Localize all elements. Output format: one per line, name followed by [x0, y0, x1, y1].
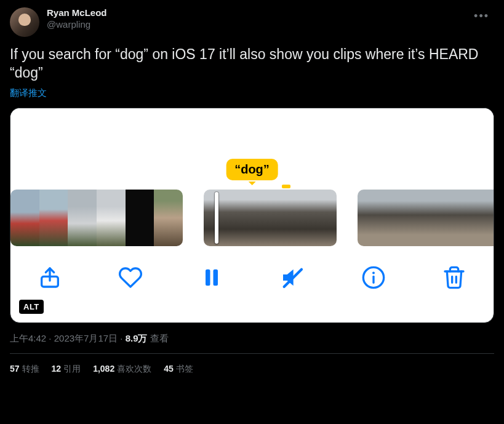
playhead[interactable] [215, 192, 218, 244]
timeline-marker [282, 185, 290, 188]
clip-frame [292, 190, 337, 246]
share-icon[interactable] [38, 265, 62, 290]
trash-icon[interactable] [442, 265, 466, 290]
clip-frame [440, 190, 468, 246]
clip-frame [204, 190, 248, 246]
mute-icon[interactable] [280, 265, 305, 290]
media-toolbar [10, 250, 494, 322]
more-button[interactable]: ••• [469, 7, 494, 25]
author-block[interactable]: Ryan McLeod @warpling [47, 7, 107, 31]
clip-frame [10, 190, 39, 246]
clip-frame [385, 190, 413, 246]
pause-icon[interactable] [199, 265, 224, 290]
media-attachment[interactable]: “dog” [10, 108, 494, 323]
meta-views-label[interactable]: 查看 [150, 333, 169, 343]
clip-frame [248, 190, 292, 246]
clip-group[interactable] [10, 190, 183, 246]
clip-frame [97, 190, 126, 246]
meta-date[interactable]: 2023年7月17日 [54, 333, 118, 343]
clip-frame [68, 190, 97, 246]
stat-retweets[interactable]: 57转推 [10, 364, 39, 375]
clip-frame [358, 190, 385, 246]
tweet-meta: 上午4:42 · 2023年7月17日 · 8.9万 查看 [10, 333, 494, 345]
avatar[interactable] [10, 7, 39, 37]
author-handle: @warpling [47, 19, 107, 31]
clip-frame [39, 190, 68, 246]
meta-time[interactable]: 上午4:42 [10, 333, 46, 343]
info-icon[interactable] [361, 265, 386, 290]
tweet-text: If you search for “dog” on iOS 17 it’ll … [10, 46, 494, 82]
stats-row: 57转推 12引用 1,082喜欢次数 45书签 [10, 354, 494, 385]
stat-bookmarks[interactable]: 45书签 [164, 364, 193, 375]
tweet-header: Ryan McLeod @warpling ••• [10, 7, 494, 37]
stat-quotes[interactable]: 12引用 [52, 364, 81, 375]
alt-badge[interactable]: ALT [19, 300, 44, 314]
translate-link[interactable]: 翻译推文 [10, 87, 47, 99]
tweet-container: Ryan McLeod @warpling ••• If you search … [0, 0, 504, 385]
clip-frame [412, 190, 440, 246]
meta-views-count: 8.9万 [126, 333, 148, 343]
video-timeline[interactable] [10, 190, 494, 246]
heart-icon[interactable] [118, 265, 143, 290]
svg-point-6 [372, 271, 375, 274]
stat-likes[interactable]: 1,082喜欢次数 [93, 364, 151, 375]
clip-frame [154, 190, 183, 246]
clip-frame [468, 190, 494, 246]
clip-frame [126, 190, 154, 246]
svg-rect-1 [206, 269, 210, 286]
clip-group[interactable] [358, 190, 494, 246]
author-name: Ryan McLeod [47, 7, 107, 19]
clip-group[interactable] [204, 190, 337, 246]
search-term-tooltip: “dog” [226, 159, 278, 180]
svg-rect-2 [213, 269, 218, 286]
